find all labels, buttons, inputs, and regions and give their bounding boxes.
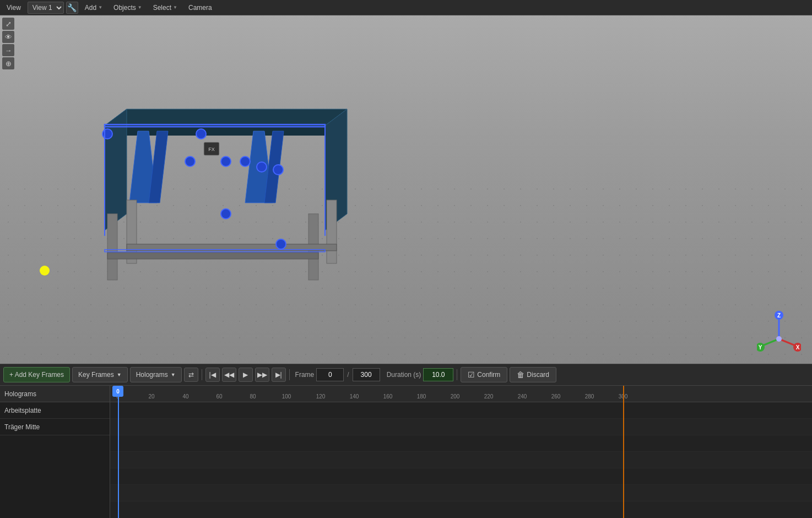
track-row-4 [110,468,812,485]
confirm-button[interactable]: ☑ Confirm [461,367,507,382]
eye-tool[interactable]: 👁 [2,31,14,43]
view-select[interactable]: View 1 [28,2,64,14]
top-menu-bar: View View 1 🔧 Add ▼ Objects ▼ Select ▼ C… [0,0,812,15]
keyframes-dropdown-button[interactable]: Key Frames ▼ [72,367,128,382]
add-menu[interactable]: Add ▼ [80,3,107,13]
fast-forward-button[interactable]: ▶▶ [255,368,269,382]
ruler-mark-120: 120 [316,393,326,400]
separator-1 [202,369,202,380]
svg-text:X: X [796,344,800,350]
view-menu[interactable]: View [2,3,25,13]
ruler-mark-140: 140 [350,393,359,400]
svg-point-23 [257,162,267,172]
separator-3 [457,369,457,380]
duration-label: Duration (s) [387,371,421,379]
duration-input[interactable] [423,368,453,381]
ruler-mark-180: 180 [417,393,426,400]
svg-point-26 [276,239,286,249]
hologram-item-1[interactable]: Träger Mitte [0,419,110,435]
track-row-2 [110,435,812,452]
svg-marker-4 [105,109,347,126]
separator-2 [289,369,290,380]
svg-point-22 [240,157,250,166]
select-menu[interactable]: Select ▼ [149,3,182,13]
frame-slash: / [347,371,349,379]
confirm-icon: ☑ [468,370,475,379]
ruler-mark-240: 240 [518,393,527,400]
svg-text:Z: Z [777,312,781,319]
navigate-tool[interactable]: → [2,44,14,56]
svg-text:FX: FX [208,147,215,152]
ruler-mark-60: 60 [216,393,222,400]
svg-point-24 [273,165,283,175]
hologram-list-panel: Holograms Arbeitsplatte Träger Mitte [0,386,110,518]
timeline-track-area[interactable]: 0 0 20 40 60 80 100 120 140 160 180 200 … [110,386,812,518]
timeline-area: Holograms Arbeitsplatte Träger Mitte 0 0… [0,386,812,518]
play-button[interactable]: ▶ [239,368,253,382]
ruler-mark-40: 40 [182,393,188,400]
frame-cursor-line [118,386,119,518]
svg-rect-16 [107,252,318,259]
sync-button[interactable]: ⇄ [184,368,198,382]
frame-current-input[interactable] [316,368,344,381]
svg-point-18 [102,129,112,139]
ruler-mark-100: 100 [282,393,291,400]
frame-total-input[interactable] [353,368,380,381]
track-row-5 [110,485,812,501]
hologram-list-header: Holograms [0,386,110,402]
ruler-mark-280: 280 [585,393,594,400]
view-settings-icon[interactable]: 🔧 [66,2,78,14]
frame-label: Frame [295,371,315,379]
viewport-3d[interactable]: ⤢ 👁 → ⊕ [0,15,812,364]
svg-point-20 [185,157,195,166]
axis-indicator: Z X Y [757,309,801,353]
discard-button[interactable]: 🗑 Discard [510,367,556,382]
svg-text:Y: Y [759,344,762,350]
go-to-end-button[interactable]: ▶| [272,368,286,382]
svg-rect-12 [107,214,117,280]
ruler-mark-200: 200 [451,393,460,400]
end-frame-line [623,386,624,518]
holograms-dropdown-button[interactable]: Holograms ▼ [130,367,182,382]
maximize-tool[interactable]: ⤢ [2,18,14,30]
3d-table-model: FX [72,60,380,302]
track-row-1 [110,419,812,435]
camera-menu[interactable]: Camera [184,3,216,13]
go-to-start-button[interactable]: |◀ [205,368,220,382]
frame-cursor-head[interactable]: 0 [112,386,123,397]
track-row-0 [110,402,812,419]
svg-rect-15 [327,200,337,263]
add-keyframes-button[interactable]: + Add Key Frames [3,367,70,382]
viewport-left-toolbar: ⤢ 👁 → ⊕ [0,15,17,72]
rewind-button[interactable]: ◀◀ [222,368,236,382]
timeline-bar: + Add Key Frames Key Frames ▼ Holograms … [0,364,812,386]
svg-point-21 [221,157,231,166]
ruler-mark-20: 20 [148,393,154,400]
ruler-mark-260: 260 [551,393,561,400]
svg-point-25 [221,209,231,219]
ruler-mark-220: 220 [484,393,494,400]
hologram-item-0[interactable]: Arbeitsplatte [0,402,110,419]
cursor-indicator [40,266,50,276]
ruler-mark-80: 80 [250,393,256,400]
timeline-ruler: 0 0 20 40 60 80 100 120 140 160 180 200 … [110,386,812,402]
ruler-mark-160: 160 [383,393,393,400]
objects-menu[interactable]: Objects ▼ [109,3,147,13]
crosshair-tool[interactable]: ⊕ [2,57,14,69]
svg-point-42 [776,336,782,342]
discard-icon: 🗑 [517,370,524,379]
svg-point-19 [196,129,206,139]
track-row-3 [110,452,812,468]
